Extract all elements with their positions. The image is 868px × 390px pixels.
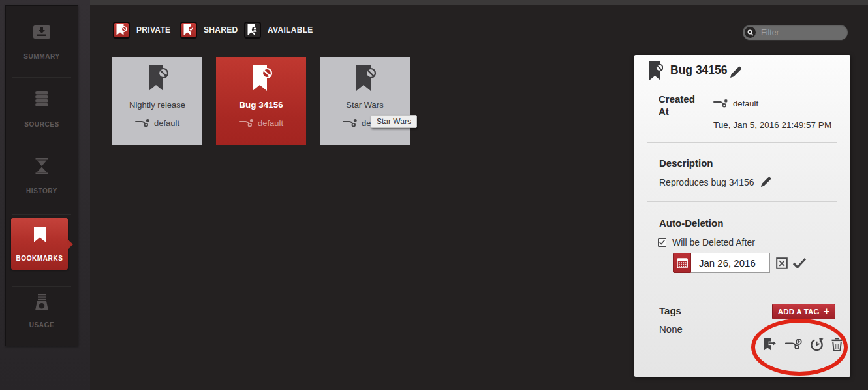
detail-title: Bug 34156 (670, 63, 728, 77)
tab-shared[interactable]: SHARED (180, 22, 238, 39)
check-icon (659, 240, 665, 245)
sidebar-item-label: SOURCES (6, 121, 78, 128)
bookmark-card-title: Star Wars (346, 100, 383, 110)
bookmark-card-star-wars[interactable]: Star Wars default (320, 57, 410, 145)
tab-label: SHARED (204, 25, 238, 35)
tab-label: PRIVATE (136, 25, 170, 35)
description-value: Reproduces bug 34156 (659, 177, 754, 187)
usage-scale-icon (34, 294, 50, 311)
will-be-deleted-checkbox[interactable] (658, 238, 666, 247)
clear-date-icon[interactable] (776, 257, 788, 269)
edit-title-pencil-icon[interactable] (730, 66, 742, 78)
deletion-date-row (673, 253, 807, 273)
confirm-date-icon[interactable] (792, 257, 807, 268)
tab-private[interactable]: PRIVATE (113, 22, 170, 39)
auto-deletion-checkbox-row: Will be Deleted After (658, 237, 755, 248)
sidebar: SUMMARY SOURCES (5, 5, 78, 346)
sidebar-divider (12, 286, 71, 287)
share-bookmark-icon[interactable] (762, 338, 777, 351)
sidebar-item-label: HISTORY (6, 187, 78, 195)
created-at-branch: default (713, 99, 758, 108)
deletion-date-input[interactable] (691, 253, 770, 273)
bookmark-private-icon (649, 61, 663, 83)
tags-value: None (659, 323, 683, 334)
bookmark-private-icon (352, 65, 378, 95)
bookmark-icon (34, 227, 46, 242)
branch-icon (239, 118, 253, 128)
active-item-pointer (67, 239, 73, 250)
section-divider (647, 142, 837, 143)
sidebar-item-label: BOOKMARKS (11, 255, 68, 262)
created-at-value: Tue, Jan 5, 2016 21:49:57 PM (713, 120, 831, 130)
bookmark-detail-panel: Bug 34156 Created At default Tue, Jan 5,… (634, 55, 850, 377)
top-strip (90, 0, 868, 5)
description-label: Description (659, 157, 713, 169)
branch-icon (343, 118, 357, 128)
bookmark-card-branch: default (135, 118, 179, 128)
restore-bookmark-icon[interactable] (810, 338, 824, 351)
tab-available[interactable]: AVAILABLE (244, 22, 313, 39)
tab-label: AVAILABLE (268, 25, 313, 35)
summary-tray-icon (33, 25, 50, 39)
bookmark-actions (762, 338, 843, 351)
will-be-deleted-label: Will be Deleted After (672, 237, 755, 248)
sidebar-divider (12, 146, 71, 146)
plus-icon: + (824, 308, 830, 316)
section-divider (647, 291, 837, 291)
bookmark-private-icon (113, 22, 130, 39)
created-at-label: Created At (659, 93, 704, 118)
create-branch-icon[interactable] (785, 339, 802, 350)
bookmark-available-icon (244, 22, 261, 39)
edit-description-pencil-icon[interactable] (760, 176, 771, 187)
branch-icon (135, 118, 149, 128)
database-icon (34, 91, 50, 106)
bookmark-card-title: Bug 34156 (239, 100, 283, 110)
section-divider (647, 201, 837, 202)
branch-icon (713, 99, 728, 108)
calendar-icon (677, 257, 688, 268)
filter-input[interactable] (760, 25, 845, 40)
sidebar-item-label: USAGE (6, 321, 78, 329)
tags-label: Tags (659, 305, 681, 316)
bookmark-card-nightly-release[interactable]: Nightly release default (112, 57, 202, 145)
sidebar-divider (12, 77, 71, 78)
bookmark-private-icon (144, 65, 170, 95)
delete-bookmark-icon[interactable] (831, 338, 843, 351)
description-row: Reproduces bug 34156 (659, 176, 771, 187)
bookmark-shared-icon (180, 22, 197, 39)
left-rail: SUMMARY SOURCES (0, 0, 90, 390)
hourglass-icon (35, 158, 49, 174)
app-window: SUMMARY SOURCES (0, 0, 868, 390)
sidebar-item-bookmarks[interactable]: BOOKMARKS (11, 218, 68, 270)
search-icon (745, 27, 756, 38)
bookmark-card-branch: default (239, 118, 283, 128)
sidebar-divider (12, 214, 71, 215)
auto-deletion-label: Auto-Deletion (659, 218, 723, 229)
branch-name: default (733, 99, 758, 108)
calendar-button[interactable] (673, 253, 691, 273)
bookmark-card-title: Nightly release (129, 100, 185, 110)
tooltip: Star Wars (371, 115, 417, 128)
bookmark-private-icon (248, 65, 274, 95)
bookmark-card-bug-34156[interactable]: Bug 34156 default (216, 57, 306, 145)
add-tag-button[interactable]: ADD A TAG + (772, 304, 835, 319)
filter-box (743, 25, 848, 40)
sidebar-item-label: SUMMARY (6, 53, 78, 60)
